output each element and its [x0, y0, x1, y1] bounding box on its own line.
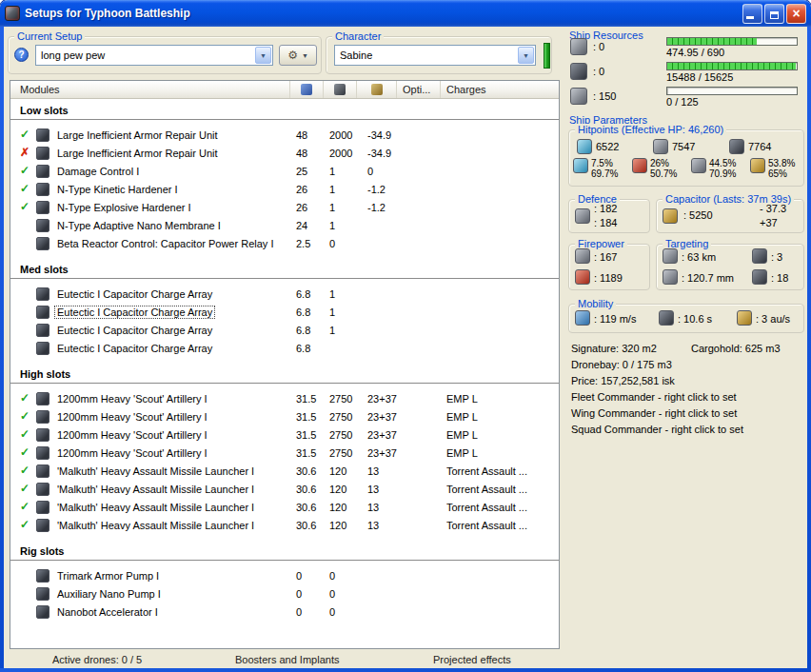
module-cpu-value: 0 — [296, 570, 302, 582]
module-name: Nanobot Accelerator I — [55, 606, 160, 618]
module-row[interactable]: Eutectic I Capacitor Charge Array6.8 — [10, 340, 559, 358]
setup-tools-button[interactable]: ⚙ ▼ — [279, 45, 317, 66]
module-secondary-value: 1 — [329, 202, 335, 213]
module-cpu-value: 0 — [296, 606, 302, 618]
module-name: Eutectic I Capacitor Charge Array — [55, 288, 214, 300]
module-cpu-value: 30.6 — [296, 502, 316, 513]
module-cpu-value: 31.5 — [296, 393, 316, 405]
module-row[interactable]: ✓Large Inefficient Armor Repair Unit4820… — [10, 127, 559, 145]
module-name: Eutectic I Capacitor Charge Array — [55, 306, 214, 318]
mobility-title: Mobility — [575, 298, 616, 309]
module-online-icon: ✓ — [20, 201, 33, 213]
module-row[interactable]: Auxiliary Nano Pump I00 — [10, 585, 559, 603]
firepower-group: Firepower : 167 : 1189 — [568, 244, 650, 290]
window-frame-left — [0, 27, 4, 672]
column-cpu[interactable] — [290, 81, 324, 98]
module-cap-value: 13 — [367, 484, 379, 495]
module-row[interactable]: Nanobot Accelerator I00 — [10, 603, 559, 622]
resource-row-launchers: : 0 15488 / 15625 — [570, 62, 804, 85]
module-type-icon — [36, 324, 49, 337]
projected-effects-label[interactable]: Projected effects — [433, 654, 511, 665]
maximize-button[interactable] — [764, 4, 784, 24]
minimize-button[interactable] — [742, 4, 762, 24]
column-capacitor[interactable] — [357, 81, 397, 98]
defence-icon — [575, 208, 590, 224]
module-secondary-value: 1 — [329, 166, 335, 177]
module-online-icon: ✓ — [20, 183, 33, 195]
module-charge-name: EMP L — [446, 447, 555, 459]
armor-icon — [653, 139, 668, 154]
column-optimal[interactable]: Opti... — [397, 81, 441, 98]
chevron-down-icon[interactable]: ▼ — [518, 47, 534, 64]
capacitor-recharge: +37 — [760, 217, 778, 228]
mobility-group: Mobility : 119 m/s : 10.6 s : 3 au/s — [568, 304, 804, 333]
module-row[interactable]: Eutectic I Capacitor Charge Array6.81 — [10, 322, 559, 340]
max-targets-icon — [752, 248, 767, 264]
module-row[interactable]: N-Type Adaptive Nano Membrane I241 — [10, 217, 559, 235]
capacitor-drain: - 37.3 — [760, 203, 786, 214]
module-row[interactable]: ✓N-Type Kinetic Hardener I261-1.2 — [10, 181, 559, 199]
column-modules[interactable]: Modules — [10, 81, 290, 98]
chevron-down-icon[interactable]: ▼ — [255, 47, 271, 64]
eft-window: Setups for Typhoon Battleship × Current … — [0, 0, 811, 672]
column-powergrid[interactable] — [324, 81, 357, 98]
module-offline-icon: ✗ — [20, 147, 33, 159]
module-type-icon — [36, 428, 49, 442]
character-select-value: Sabine — [335, 49, 517, 61]
module-row[interactable]: ✓N-Type Explosive Hardener I261-1.2 — [10, 199, 559, 217]
module-row[interactable]: ✓1200mm Heavy 'Scout' Artillery I31.5275… — [10, 390, 559, 408]
help-icon[interactable]: ? — [14, 48, 29, 62]
launcher-hardpoints-icon — [570, 63, 587, 80]
module-row[interactable]: ✓'Malkuth' Heavy Assault Missile Launche… — [10, 463, 559, 481]
resource-row-turrets: : 0 474.95 / 690 — [570, 37, 804, 60]
module-row[interactable]: ✓'Malkuth' Heavy Assault Missile Launche… — [10, 481, 559, 499]
window-frame-bottom — [0, 668, 811, 672]
boosters-implants-label[interactable]: Boosters and Implants — [235, 654, 339, 665]
active-drones-label[interactable]: Active drones: 0 / 5 — [52, 654, 142, 665]
close-button[interactable]: × — [786, 4, 806, 24]
module-type-icon — [36, 446, 49, 460]
sensor-strength-icon — [752, 269, 767, 285]
app-icon — [5, 6, 20, 21]
module-cap-value: 0 — [367, 166, 373, 177]
fleet-commander-label[interactable]: Fleet Commander - right click to set — [571, 391, 737, 403]
module-row[interactable]: ✓1200mm Heavy 'Scout' Artillery I31.5275… — [10, 445, 559, 463]
module-row[interactable]: ✓'Malkuth' Heavy Assault Missile Launche… — [10, 499, 559, 517]
module-type-icon — [36, 201, 49, 214]
current-setup-label: Current Setup — [14, 30, 85, 42]
module-row[interactable]: ✓Damage Control I2510 — [10, 163, 559, 181]
column-charges[interactable]: Charges — [441, 81, 559, 98]
hitpoints-group: Hitpoints (Effective HP: 46,260) 6522 75… — [568, 129, 804, 187]
module-type-icon — [36, 483, 49, 496]
thermal-resist-icon — [632, 158, 647, 173]
explosive-resist-icon — [750, 158, 765, 173]
module-name: Trimark Armor Pump I — [55, 570, 161, 582]
module-cap-value: 23+37 — [367, 393, 397, 405]
character-select[interactable]: Sabine ▼ — [334, 45, 536, 66]
module-row[interactable]: ✓1200mm Heavy 'Scout' Artillery I31.5275… — [10, 426, 559, 445]
squad-commander-label[interactable]: Squad Commander - right click to set — [571, 424, 743, 435]
module-type-icon — [36, 605, 49, 619]
wing-commander-label[interactable]: Wing Commander - right click to set — [571, 407, 737, 419]
setup-select[interactable]: long pew pew ▼ — [35, 45, 273, 66]
titlebar[interactable]: Setups for Typhoon Battleship × — [0, 0, 811, 27]
max-velocity-icon — [575, 310, 590, 326]
module-row[interactable]: Trimark Armor Pump I00 — [10, 567, 559, 585]
module-row[interactable]: ✓'Malkuth' Heavy Assault Missile Launche… — [10, 517, 559, 535]
optimal-column-label: Opti... — [403, 84, 430, 95]
module-online-icon: ✓ — [20, 519, 33, 531]
module-secondary-value: 2000 — [329, 129, 352, 141]
cpu-bar — [666, 37, 798, 46]
module-row[interactable]: Eutectic I Capacitor Charge Array6.81 — [10, 286, 559, 304]
module-cpu-value: 31.5 — [296, 411, 316, 423]
targeting-group: Targeting : 63 km : 3 : 120.7 mm : 18 — [656, 244, 804, 290]
explosive-resists: 53.8%65% — [750, 158, 795, 179]
module-row[interactable]: ✓1200mm Heavy 'Scout' Artillery I31.5275… — [10, 408, 559, 426]
module-row[interactable]: ✗Large Inefficient Armor Repair Unit4820… — [10, 145, 559, 163]
slot-section-title: Low slots — [10, 105, 559, 120]
module-row[interactable]: Beta Reactor Control: Capacitor Power Re… — [10, 235, 559, 253]
module-row[interactable]: Eutectic I Capacitor Charge Array6.81 — [10, 304, 559, 322]
module-online-icon: ✓ — [20, 464, 33, 477]
price-label: Price: 157,252,581 isk — [571, 375, 675, 386]
module-type-icon — [36, 147, 49, 160]
